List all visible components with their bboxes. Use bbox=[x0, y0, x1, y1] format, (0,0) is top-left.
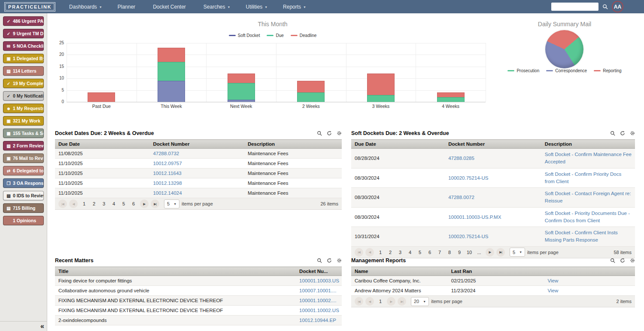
view-report-link[interactable]: View bbox=[544, 276, 635, 286]
menu-item[interactable]: Docket Center bbox=[153, 4, 188, 10]
sidebar-item[interactable]: ▣ 1 Delegated By... bbox=[3, 54, 44, 63]
next-page-button[interactable]: ▶ bbox=[486, 248, 494, 257]
docket-number-link[interactable]: 100007.10001.... bbox=[296, 286, 342, 296]
description-link[interactable]: Soft Docket - Confirm Priority Docs from… bbox=[541, 168, 635, 188]
page-size-select[interactable]: 5 ▼ bbox=[164, 199, 179, 208]
page-number-button[interactable]: 1 bbox=[80, 199, 88, 208]
docket-number-link[interactable]: 100020.75214-US bbox=[445, 227, 541, 247]
menu-item[interactable]: Dashboards ▼ bbox=[69, 4, 102, 10]
next-page-button[interactable]: ▶ bbox=[387, 297, 395, 306]
column-header[interactable]: Last Ran bbox=[448, 267, 544, 276]
last-page-button[interactable]: ▶| bbox=[398, 297, 406, 306]
description-link[interactable]: Soft Docket - Contact Foreign Agent re: … bbox=[541, 188, 635, 208]
description-link[interactable]: Soft Docket - Priority Documents Due - C… bbox=[541, 207, 635, 227]
sidebar-item[interactable]: ✓ 0 My Notificati... bbox=[3, 91, 44, 101]
next-page-button[interactable]: ▶ bbox=[140, 199, 149, 208]
page-number-button[interactable]: 9 bbox=[455, 248, 464, 257]
docket-number-link[interactable]: 100001.10003.US bbox=[296, 276, 342, 286]
docket-number-link[interactable]: 10012.10944.EP bbox=[296, 316, 342, 325]
page-number-button[interactable]: 2 bbox=[386, 248, 395, 257]
description-link[interactable]: Soft Docket - Confirm Maintenance Fee Ac… bbox=[541, 149, 635, 169]
sidebar-item[interactable]: ✉ 5 NOA Checklists bbox=[3, 41, 44, 51]
docket-number-link[interactable]: 10012.13298 bbox=[149, 178, 244, 188]
legend-item[interactable]: Reporting bbox=[594, 68, 621, 73]
page-number-button[interactable]: 1 bbox=[376, 297, 385, 306]
page-number-button[interactable]: ... bbox=[475, 248, 483, 257]
page-size-select[interactable]: 5 ▼ bbox=[510, 248, 525, 257]
search-icon[interactable] bbox=[610, 131, 615, 136]
page-number-button[interactable]: 3 bbox=[100, 199, 108, 208]
sidebar-item[interactable]: ✓ 486 Urgent PA... bbox=[3, 16, 44, 26]
legend-item[interactable]: Correspondence bbox=[546, 68, 587, 73]
gear-icon[interactable] bbox=[630, 131, 635, 136]
legend-item[interactable]: Deadline bbox=[291, 33, 316, 38]
prev-page-button[interactable]: ◀ bbox=[365, 248, 374, 257]
refresh-icon[interactable] bbox=[327, 258, 332, 263]
view-report-link[interactable]: View bbox=[544, 286, 635, 296]
sidebar-item[interactable]: ▤ 715 Billing bbox=[3, 203, 44, 213]
column-header[interactable] bbox=[544, 267, 635, 276]
docket-number-link[interactable]: 100001.10002.... bbox=[296, 296, 342, 306]
menu-item[interactable]: Reports ▼ bbox=[283, 4, 306, 10]
last-page-button[interactable]: ▶| bbox=[496, 248, 505, 257]
sidebar-item[interactable]: ▣ 76 Mail to Revi... bbox=[3, 153, 44, 163]
search-icon[interactable] bbox=[317, 131, 322, 136]
column-header[interactable]: Name bbox=[351, 267, 448, 276]
docket-number-link[interactable]: 10012.14024 bbox=[149, 188, 244, 198]
page-number-button[interactable]: 10 bbox=[465, 248, 474, 257]
search-icon[interactable] bbox=[610, 258, 615, 263]
sidebar-item[interactable]: ▤ 2 Form Review bbox=[3, 141, 44, 150]
page-number-button[interactable]: 6 bbox=[425, 248, 434, 257]
app-logo[interactable]: PRACTICELINK bbox=[4, 2, 55, 12]
legend-item[interactable]: Soft Docket bbox=[229, 33, 260, 38]
prev-page-button[interactable]: ◀ bbox=[69, 199, 78, 208]
refresh-icon[interactable] bbox=[620, 131, 625, 136]
column-header[interactable]: Docket Nu... bbox=[296, 267, 342, 276]
first-page-button[interactable]: |◀ bbox=[355, 248, 363, 257]
gear-icon[interactable] bbox=[630, 258, 635, 263]
first-page-button[interactable]: |◀ bbox=[355, 297, 363, 306]
page-number-button[interactable]: 5 bbox=[416, 248, 424, 257]
page-number-button[interactable]: 1 bbox=[376, 248, 385, 257]
legend-item[interactable]: Due bbox=[267, 33, 283, 38]
page-number-button[interactable]: 6 bbox=[129, 199, 138, 208]
docket-number-link[interactable]: 100020.75214-US bbox=[445, 168, 541, 188]
refresh-icon[interactable] bbox=[620, 258, 625, 263]
docket-number-link[interactable]: 100001.10002.US bbox=[296, 306, 342, 316]
column-header[interactable]: Title bbox=[55, 267, 296, 276]
sidebar-item[interactable]: 1 Opinions bbox=[3, 216, 44, 225]
sidebar-item[interactable]: ▤ 0 IDS to Review bbox=[3, 191, 44, 200]
sidebar-item[interactable]: ✓ 9 Urgent TM D... bbox=[3, 29, 44, 38]
refresh-icon[interactable] bbox=[327, 131, 332, 136]
docket-number-link[interactable]: 100001.10003-US.P.MX bbox=[445, 207, 541, 227]
column-header[interactable]: Description bbox=[244, 140, 342, 149]
gear-icon[interactable] bbox=[337, 131, 342, 136]
menu-item[interactable]: Planner bbox=[118, 4, 137, 10]
prev-page-button[interactable]: ◀ bbox=[365, 297, 374, 306]
sidebar-item[interactable]: ❐ 3 OA Respons... bbox=[3, 178, 44, 188]
page-number-button[interactable]: 7 bbox=[435, 248, 444, 257]
page-size-select[interactable]: 20 ▼ bbox=[411, 297, 429, 306]
docket-number-link[interactable]: 47288.0072 bbox=[445, 188, 541, 208]
column-header[interactable]: Description bbox=[541, 140, 635, 149]
page-number-button[interactable]: 8 bbox=[445, 248, 454, 257]
legend-item[interactable]: Prosecution bbox=[507, 68, 539, 73]
menu-item[interactable]: Utilities ▼ bbox=[246, 4, 267, 10]
docket-number-link[interactable]: 10012.11643 bbox=[149, 169, 244, 178]
description-link[interactable]: Soft Docket - Confirm Client Insts Missi… bbox=[541, 227, 635, 247]
collapse-sidebar-icon[interactable]: « bbox=[40, 323, 43, 330]
menu-item[interactable]: Searches ▼ bbox=[204, 4, 231, 10]
column-header[interactable]: Due Date bbox=[55, 140, 149, 149]
page-number-button[interactable]: 4 bbox=[406, 248, 414, 257]
sidebar-item[interactable]: ▣ 321 My Work bbox=[3, 116, 44, 126]
last-page-button[interactable]: ▶| bbox=[151, 199, 159, 208]
docket-number-link[interactable]: 47288.0285 bbox=[445, 149, 541, 169]
first-page-button[interactable]: |◀ bbox=[58, 199, 67, 208]
column-header[interactable]: Docket Number bbox=[149, 140, 244, 149]
page-number-button[interactable]: 2 bbox=[90, 199, 98, 208]
global-search-input[interactable] bbox=[551, 3, 598, 11]
column-header[interactable]: Due Date bbox=[351, 140, 445, 149]
column-header[interactable]: Docket Number bbox=[445, 140, 541, 149]
gear-icon[interactable] bbox=[337, 258, 342, 263]
docket-number-link[interactable]: 47288.0732 bbox=[149, 149, 244, 159]
